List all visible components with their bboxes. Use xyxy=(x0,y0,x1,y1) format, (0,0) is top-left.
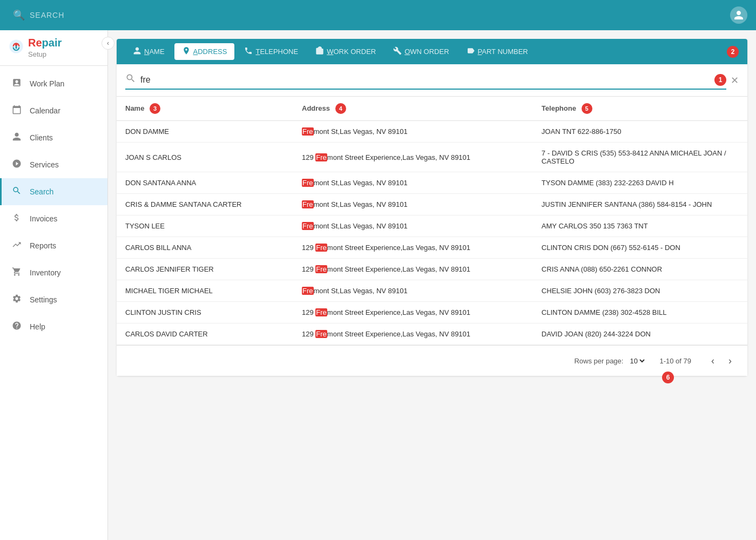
cell-address: Fremont St,Las Vegas, NV 89101 xyxy=(293,280,533,302)
table-row[interactable]: CARLOS BILL ANNA129 Fremont Street Exper… xyxy=(117,237,747,259)
table-row[interactable]: TYSON LEEFremont St,Las Vegas, NV 89101A… xyxy=(117,215,747,237)
tab-part-number[interactable]: PART NUMBER xyxy=(459,43,536,60)
tabs-list: NAME ADDRESS TELEPHONE xyxy=(125,43,739,60)
services-icon xyxy=(10,159,23,171)
cell-address: Fremont St,Las Vegas, NV 89101 xyxy=(293,121,533,143)
wrench-icon xyxy=(393,46,402,57)
tab-name[interactable]: NAME xyxy=(125,43,172,60)
cell-telephone: CHELSIE JOHN (603) 276-3823 DON xyxy=(533,280,747,302)
sidebar-label-work-plan: Work Plan xyxy=(30,79,64,88)
sidebar-item-clients[interactable]: Clients xyxy=(0,124,107,151)
sidebar-item-invoices[interactable]: Invoices xyxy=(0,205,107,232)
cell-telephone: CLINTON CRIS DON (667) 552-6145 - DON xyxy=(533,237,747,259)
cell-name: CLINTON JUSTIN CRIS xyxy=(117,302,293,323)
cell-telephone: CLINTON DAMME (238) 302-4528 BILL xyxy=(533,302,747,323)
search-container: NAME ADDRESS TELEPHONE xyxy=(117,39,747,376)
search-input-row: 1 ✕ xyxy=(117,64,747,97)
table-row[interactable]: CLINTON JUSTIN CRIS129 Fremont Street Ex… xyxy=(117,302,747,323)
sidebar-item-reports[interactable]: Reports xyxy=(0,232,107,259)
cell-name: JOAN S CARLOS xyxy=(117,143,293,172)
cell-telephone: CRIS ANNA (088) 650-2261 CONNOR xyxy=(533,259,747,280)
tab-work-order[interactable]: WORK ORDER xyxy=(308,43,383,60)
table-row[interactable]: CRIS & DAMME SANTANA CARTERFremont St,La… xyxy=(117,194,747,215)
table-row[interactable]: CARLOS JENNIFER TIGER129 Fremont Street … xyxy=(117,259,747,280)
cell-address: 129 Fremont Street Experience,Las Vegas,… xyxy=(293,237,533,259)
logo-re: Re xyxy=(28,37,42,49)
cell-name: DON SANTANA ANNA xyxy=(117,172,293,194)
tab-work-order-label: WORK ORDER xyxy=(327,48,376,56)
cell-name: CRIS & DAMME SANTANA CARTER xyxy=(117,194,293,215)
table-row[interactable]: JOAN S CARLOS129 Fremont Street Experien… xyxy=(117,143,747,172)
rows-per-page-select[interactable]: 10 25 50 xyxy=(627,356,646,366)
table-row[interactable]: DON DAMMEFremont St,Las Vegas, NV 89101J… xyxy=(117,121,747,143)
topbar-search-label: SEARCH xyxy=(30,11,64,19)
badge-4: 4 xyxy=(335,103,346,114)
cell-name: MICHAEL TIGER MICHAEL xyxy=(117,280,293,302)
sidebar-item-help[interactable]: Help xyxy=(0,313,107,340)
topbar-avatar[interactable] xyxy=(730,6,747,24)
cell-address: Fremont St,Las Vegas, NV 89101 xyxy=(293,172,533,194)
cell-telephone: DAVID JOAN (820) 244-3224 DON xyxy=(533,323,747,345)
tab-telephone-label: TELEPHONE xyxy=(255,48,298,56)
tab-own-order-label: OWN ORDER xyxy=(404,48,449,56)
badge-2: 2 xyxy=(727,46,739,58)
settings-icon xyxy=(10,294,23,306)
sidebar-logo: Repair Setup xyxy=(0,30,107,66)
prev-page-button[interactable]: ‹ xyxy=(704,352,721,369)
sidebar-item-inventory[interactable]: Inventory xyxy=(0,259,107,286)
pagination: Rows per page: 10 25 50 1-10 of 79 ‹ › 6 xyxy=(117,345,747,376)
sidebar-collapse-button[interactable]: ‹ xyxy=(102,37,114,50)
page-info: 1-10 of 79 xyxy=(659,357,691,365)
sidebar-item-work-plan[interactable]: Work Plan xyxy=(0,70,107,97)
table-row[interactable]: CARLOS DAVID CARTER129 Fremont Street Ex… xyxy=(117,323,747,345)
sidebar-label-reports: Reports xyxy=(30,241,56,250)
sidebar-item-search[interactable]: Search xyxy=(0,178,107,205)
search-input[interactable] xyxy=(140,75,710,85)
tab-own-order[interactable]: OWN ORDER xyxy=(386,43,456,60)
table-row[interactable]: MICHAEL TIGER MICHAELFremont St,Las Vega… xyxy=(117,280,747,302)
cell-name: TYSON LEE xyxy=(117,215,293,237)
column-header-telephone: Telephone 5 xyxy=(533,97,747,121)
calendar-icon xyxy=(10,105,23,117)
table-row[interactable]: DON SANTANA ANNAFremont St,Las Vegas, NV… xyxy=(117,172,747,194)
sidebar-label-settings: Settings xyxy=(30,295,57,304)
sidebar-label-services: Services xyxy=(30,160,59,169)
sidebar-item-calendar[interactable]: Calendar xyxy=(0,97,107,124)
search-results-table: Name 3 Address 4 Telephone 5 xyxy=(117,97,747,345)
tab-telephone[interactable]: TELEPHONE xyxy=(237,43,306,60)
cell-address: 129 Fremont Street Experience,Las Vegas,… xyxy=(293,143,533,172)
logo-pair: pair xyxy=(42,37,62,49)
invoices-icon xyxy=(10,213,23,225)
sidebar-item-services[interactable]: Services xyxy=(0,151,107,178)
badge-6: 6 xyxy=(662,372,674,383)
cell-telephone: AMY CARLOS 350 135 7363 TNT xyxy=(533,215,747,237)
work-plan-icon xyxy=(10,78,23,90)
tab-part-number-label: PART NUMBER xyxy=(478,48,528,56)
topbar: 🔍 SEARCH xyxy=(0,0,756,30)
topbar-search[interactable]: 🔍 SEARCH xyxy=(9,9,730,21)
logo-setup: Setup xyxy=(28,50,46,58)
column-header-address: Address 4 xyxy=(293,97,533,121)
location-icon xyxy=(182,46,191,57)
briefcase-icon xyxy=(315,46,324,57)
inventory-icon xyxy=(10,267,23,279)
tag-icon xyxy=(467,46,475,57)
rows-per-page-label: Rows per page: xyxy=(574,357,623,365)
cell-name: DON DAMME xyxy=(117,121,293,143)
tab-address[interactable]: ADDRESS xyxy=(174,43,235,60)
badge-5: 5 xyxy=(582,103,592,114)
cell-address: 129 Fremont Street Experience,Las Vegas,… xyxy=(293,302,533,323)
logo-text: Repair Setup xyxy=(28,37,62,59)
clear-search-button[interactable]: ✕ xyxy=(731,75,739,86)
cell-address: Fremont St,Las Vegas, NV 89101 xyxy=(293,215,533,237)
search-nav-icon xyxy=(10,186,23,198)
badge-1: 1 xyxy=(714,74,726,86)
rows-per-page: Rows per page: 10 25 50 xyxy=(574,356,646,366)
logo-icon xyxy=(9,39,24,57)
cell-telephone: TYSON DAMME (383) 232-2263 DAVID H xyxy=(533,172,747,194)
next-page-button[interactable]: › xyxy=(721,352,739,369)
sidebar: Repair Setup ‹ Work Plan Calendar xyxy=(0,30,108,540)
tab-address-label: ADDRESS xyxy=(193,48,227,56)
column-header-name: Name 3 xyxy=(117,97,293,121)
sidebar-item-settings[interactable]: Settings xyxy=(0,286,107,313)
